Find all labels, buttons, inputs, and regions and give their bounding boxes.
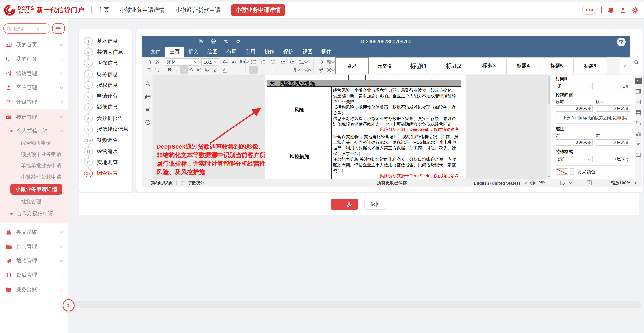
step-item[interactable]: 13 调查报告 <box>79 168 132 179</box>
special-format-stepper[interactable]: 0 厘米 <box>596 156 630 162</box>
headings-icon[interactable] <box>145 107 150 112</box>
sidebar-item[interactable]: 客户管理 <box>0 81 68 95</box>
spinner-arrows-icon[interactable] <box>626 84 628 88</box>
increase-font-button[interactable]: A˄ <box>221 58 229 66</box>
mail-merge-panel-tab[interactable] <box>634 151 642 158</box>
more-actions-button[interactable] <box>582 6 596 15</box>
spinner-arrows-icon[interactable] <box>588 141 591 144</box>
sidebar-item[interactable]: 营销管理 <box>0 66 68 81</box>
align-center-button[interactable] <box>260 66 268 74</box>
multilevel-list-button[interactable] <box>269 58 277 66</box>
editor-menu-tab[interactable]: 主页 <box>165 47 184 57</box>
editor-menu-tab[interactable]: 布局 <box>222 47 241 57</box>
step-item[interactable]: 10 视频调查 <box>79 135 132 146</box>
step-item[interactable]: 1 基本信息 <box>79 36 132 47</box>
sidebar-item-personal-credit[interactable]: 个人授信申请 <box>0 124 68 137</box>
bold-button[interactable]: B <box>166 66 174 74</box>
justify-button[interactable] <box>281 66 289 74</box>
scroll-down-arrow[interactable]: ▼ <box>547 175 550 178</box>
editor-menu-tab[interactable]: 保护 <box>279 47 298 57</box>
chart-panel-tab[interactable] <box>634 130 642 137</box>
spinner-arrows-icon[interactable] <box>626 157 628 161</box>
collapse-sidebar-button[interactable] <box>62 299 75 311</box>
document-page[interactable]: 六、风险及风控措施 风险 经营风险：小微企业市场竞争力弱，易受行业波动（如政策变… <box>265 75 466 179</box>
bell-icon[interactable] <box>607 7 614 14</box>
italic-button[interactable]: I <box>173 66 181 74</box>
back-button[interactable]: 返回 <box>364 199 387 210</box>
document-scrollbar[interactable]: ▼ <box>547 75 550 179</box>
nav-tab[interactable]: 小微业务申请详情 <box>120 7 165 14</box>
shading-button[interactable] <box>303 66 313 74</box>
sidebar-link[interactable]: 批复管理 <box>0 196 68 207</box>
user-avatar[interactable]: 李 <box>617 38 626 47</box>
background-color-swatch[interactable] <box>556 168 568 175</box>
bullet-list-button[interactable] <box>250 58 258 66</box>
sidebar-item[interactable]: 我的任务 <box>0 52 68 66</box>
spacing-before-stepper[interactable]: 0 厘米 <box>556 105 593 112</box>
sidebar-link[interactable]: 单笔单批业务申请 <box>0 160 68 171</box>
subscript-button[interactable]: A₂ <box>202 66 211 74</box>
clear-format-button[interactable] <box>316 58 324 66</box>
info-icon[interactable] <box>145 120 150 125</box>
zoom-level[interactable]: 缩放100% <box>611 180 630 186</box>
nav-tab[interactable]: 小微业务申请详情 <box>231 5 285 16</box>
style-preset[interactable]: 标题2 <box>436 57 472 74</box>
indent-right-stepper[interactable]: 0 厘米 <box>596 139 630 146</box>
text-art-panel-tab[interactable]: Ta <box>634 141 642 147</box>
step-item[interactable]: 12 实地调查 <box>79 157 132 168</box>
numbered-list-button[interactable]: 123 <box>259 58 267 66</box>
change-case-button[interactable]: Aa <box>239 58 249 66</box>
step-item[interactable]: 9 授信建议信息 <box>79 124 132 135</box>
strikethrough-button[interactable]: S <box>187 66 195 74</box>
fit-width-icon[interactable] <box>595 180 600 185</box>
spinner-arrows-icon[interactable] <box>626 141 628 144</box>
format-painter-button[interactable] <box>316 66 324 74</box>
editor-menu-tab[interactable]: 协作 <box>260 47 279 57</box>
previous-step-button[interactable]: 上一步 <box>330 199 358 210</box>
decrease-font-button[interactable]: A˅ <box>230 58 238 66</box>
zoom-in-button[interactable]: + <box>634 180 637 186</box>
paste-button[interactable] <box>144 66 152 74</box>
editor-menu-tab[interactable]: 引用 <box>241 47 260 57</box>
spinner-arrows-icon[interactable] <box>626 107 628 111</box>
step-item[interactable]: 5 授权信息 <box>79 80 132 91</box>
language-selector[interactable]: English (United States) <box>474 180 520 185</box>
paragraph-panel-tab[interactable]: ¶ <box>634 78 642 84</box>
align-right-button[interactable] <box>270 66 278 74</box>
step-item[interactable]: 6 申请评分 <box>79 91 132 102</box>
line-spacing-button[interactable] <box>298 58 308 66</box>
style-preset[interactable]: 标题3 <box>471 57 506 74</box>
track-changes-icon[interactable] <box>560 180 566 185</box>
align-left-button[interactable] <box>250 66 258 74</box>
decrease-indent-button[interactable] <box>278 58 286 66</box>
sidebar-link[interactable]: 额度项下业务申请 <box>0 149 68 160</box>
style-gallery-more-button[interactable] <box>620 57 629 74</box>
editor-menu-tab[interactable]: 文件 <box>146 47 165 57</box>
nav-tab[interactable]: 主页 <box>98 7 109 14</box>
sidebar-item[interactable]: 业务台账 <box>0 282 68 297</box>
style-preset[interactable]: 标题4 <box>506 57 540 74</box>
font-name-select[interactable]: 宋体 <box>165 58 200 66</box>
fit-page-icon[interactable] <box>586 180 592 185</box>
style-preset[interactable]: 无空格 <box>368 57 401 74</box>
underline-button[interactable]: U <box>180 66 188 74</box>
style-preset[interactable]: 标题6 <box>573 57 607 74</box>
sidebar-item[interactable]: 评级管理 <box>0 95 68 109</box>
find-icon[interactable] <box>145 81 150 86</box>
user-icon[interactable] <box>620 7 626 14</box>
menu-collapse-button[interactable] <box>52 24 64 34</box>
style-preset[interactable]: 常规 <box>336 57 368 74</box>
editor-search-icon[interactable] <box>634 60 639 65</box>
fill-color-grid-button[interactable] <box>325 58 335 66</box>
sidebar-link[interactable]: 小微经营贷款申请 <box>0 171 68 183</box>
editor-menu-tab[interactable]: 绘图 <box>203 47 222 57</box>
spacing-after-stepper[interactable]: 0 厘米 <box>596 105 630 112</box>
search-input[interactable] <box>7 26 35 31</box>
spinner-arrows-icon[interactable] <box>588 107 591 111</box>
style-preset[interactable]: 标题5 <box>540 57 574 74</box>
editor-menu-tab[interactable]: 视图 <box>298 47 317 57</box>
globe-icon[interactable] <box>530 180 535 185</box>
style-preset[interactable]: 标题1 <box>401 57 436 74</box>
sidebar-item[interactable]: 我的首页 <box>0 38 68 52</box>
header-footer-panel-tab[interactable] <box>634 109 642 116</box>
